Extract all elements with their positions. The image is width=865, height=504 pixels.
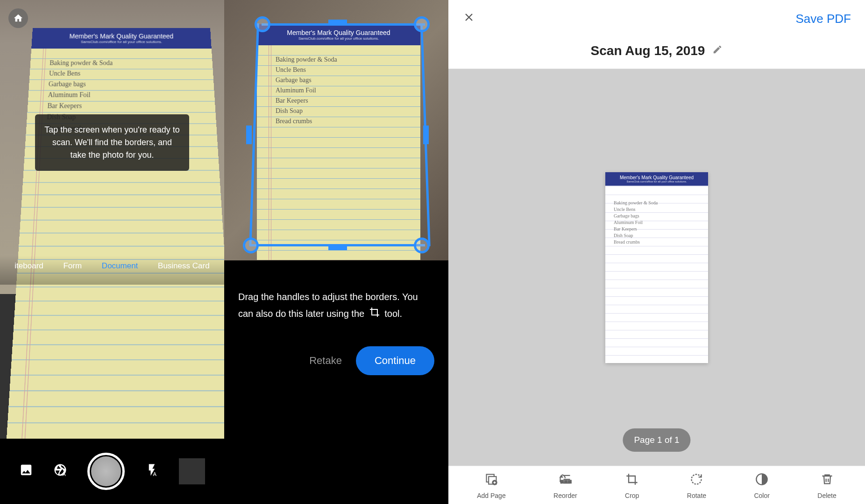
scan-type-form[interactable]: Form xyxy=(63,261,82,271)
rotate-icon xyxy=(690,473,703,489)
review-header: Save PDF xyxy=(448,0,865,38)
svg-text:A: A xyxy=(63,471,66,476)
notepad-brand-title: Member's Mark Quality Guaranteed xyxy=(42,33,202,40)
crop-tool-icon xyxy=(369,306,380,323)
save-pdf-button[interactable]: Save PDF xyxy=(796,12,851,26)
crop-handle-bottom-left[interactable] xyxy=(243,238,259,253)
crop-button[interactable]: Crop xyxy=(625,473,639,499)
crop-edge-left[interactable] xyxy=(246,126,252,144)
crop-adjust-panel: Member's Mark Quality Guaranteed SamsClu… xyxy=(224,0,448,504)
scan-type-business-card[interactable]: Business Card xyxy=(158,261,210,271)
crop-actions-row: Retake Continue xyxy=(224,337,448,394)
add-page-button[interactable]: Add Page xyxy=(477,473,506,499)
page-indicator: Page 1 of 1 xyxy=(623,428,690,452)
camera-viewfinder[interactable]: Member's Mark Quality Guaranteed SamsClu… xyxy=(0,0,224,294)
auto-capture-button[interactable]: A xyxy=(53,463,67,480)
scan-type-document[interactable]: Document xyxy=(102,261,138,271)
crop-handle-top-right[interactable] xyxy=(414,16,430,32)
continue-button[interactable]: Continue xyxy=(356,346,434,375)
rename-button[interactable] xyxy=(712,44,723,57)
scan-type-whiteboard[interactable]: iteboard xyxy=(14,261,43,271)
crop-edge-bottom[interactable] xyxy=(328,245,347,250)
color-button[interactable]: Color xyxy=(754,473,769,499)
home-button[interactable] xyxy=(8,8,28,28)
scan-title: Scan Aug 15, 2019 xyxy=(591,43,705,58)
crop-edge-top[interactable] xyxy=(328,20,347,25)
svg-rect-6 xyxy=(565,480,567,483)
svg-rect-7 xyxy=(568,480,571,483)
capture-hint-tooltip: Tap the screen when you're ready to scan… xyxy=(35,114,189,171)
crop-edge-right[interactable] xyxy=(423,126,429,144)
svg-rect-5 xyxy=(561,480,564,483)
crop-instructions-text: Drag the handles to adjust the borders. … xyxy=(224,260,448,337)
gallery-icon xyxy=(19,463,33,477)
color-icon xyxy=(755,473,768,489)
crop-handle-bottom-right[interactable] xyxy=(414,238,430,253)
aperture-icon: A xyxy=(53,463,67,477)
close-button[interactable] xyxy=(462,10,475,28)
shutter-button[interactable] xyxy=(87,453,125,490)
pencil-icon xyxy=(712,44,723,55)
scan-thumbnail[interactable] xyxy=(179,458,205,484)
review-panel: Save PDF Scan Aug 15, 2019 Member's Mark… xyxy=(448,0,865,504)
home-icon xyxy=(13,13,23,23)
camera-capture-panel: Member's Mark Quality Guaranteed SamsClu… xyxy=(0,0,224,504)
review-body[interactable]: Member's Mark Quality Guaranteed SamsClu… xyxy=(448,69,865,466)
gallery-button[interactable] xyxy=(19,463,33,480)
reorder-button[interactable]: Reorder xyxy=(553,473,577,499)
crop-handle-top-left[interactable] xyxy=(255,16,270,32)
close-icon xyxy=(462,11,475,24)
crop-canvas[interactable]: Member's Mark Quality Guaranteed SamsClu… xyxy=(224,0,448,260)
scanned-page-preview[interactable]: Member's Mark Quality Guaranteed SamsClu… xyxy=(605,172,708,363)
scan-title-row: Scan Aug 15, 2019 xyxy=(448,38,865,69)
svg-text:A: A xyxy=(153,471,156,476)
notepad-brand-subtitle: SamsClub.com/office for all your office … xyxy=(41,40,202,44)
review-toolbar: Add Page Reorder Crop Rotate Color Delet… xyxy=(448,466,865,504)
camera-controls-bar: A A xyxy=(0,439,224,504)
crop-border-overlay xyxy=(250,23,425,246)
crop-icon xyxy=(625,473,638,489)
trash-icon xyxy=(821,473,834,489)
flash-button[interactable]: A xyxy=(145,463,159,480)
delete-button[interactable]: Delete xyxy=(817,473,836,499)
scan-type-selector: iteboard Form Document Business Card xyxy=(0,256,224,285)
rotate-button[interactable]: Rotate xyxy=(687,473,706,499)
reorder-icon xyxy=(559,473,572,489)
add-page-icon xyxy=(485,473,498,489)
retake-button[interactable]: Retake xyxy=(309,355,342,367)
flash-icon: A xyxy=(145,463,159,477)
